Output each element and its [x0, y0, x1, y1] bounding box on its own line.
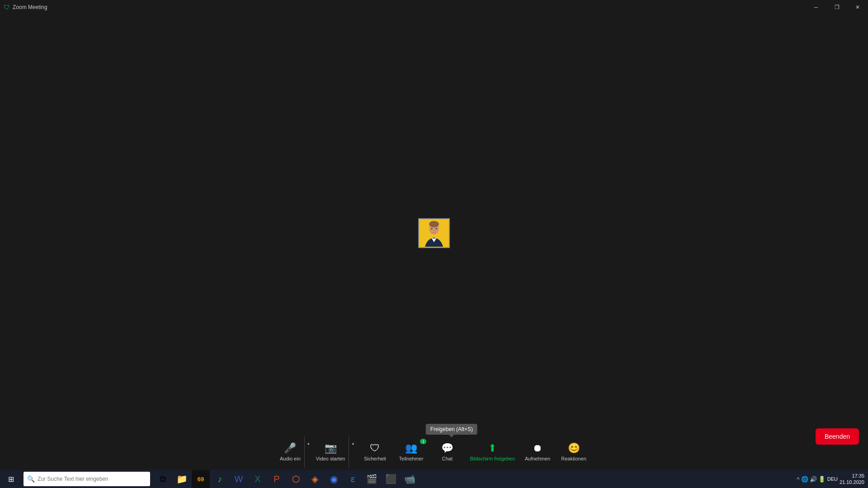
spotify-icon[interactable]: ♪ [211, 470, 229, 488]
search-icon: 🔍 [27, 475, 35, 483]
participant-video [418, 218, 450, 248]
security-icon: 🛡 [370, 442, 380, 454]
share-screen-button[interactable]: ⬆ Bildschirm freigeben [465, 436, 519, 468]
battery-icon: 🔋 [818, 476, 826, 483]
reactions-icon: 😊 [568, 442, 580, 454]
close-button[interactable]: ✕ [847, 0, 868, 14]
participants-label: Teilnehmer [399, 456, 424, 461]
title-bar: 🛡 Zoom Meeting ─ ❐ ✕ [0, 0, 868, 14]
search-input[interactable] [38, 476, 137, 482]
security-button[interactable]: 🛡 Sicherheit [357, 436, 393, 468]
windows-taskbar: ⊞ 🔍 ⧉ 📁 69 ♪ W X P ⬡ ◈ ◉ ɛ 🎬 ⬛ 📹 ^ 🌐 🔊 🔋… [0, 470, 868, 488]
clock-date: 21.10.2020 [840, 479, 864, 485]
minimize-button[interactable]: ─ [806, 0, 826, 14]
window-controls: ─ ❐ ✕ [806, 0, 868, 14]
network-icon[interactable]: 🌐 [801, 476, 808, 483]
zoom-icon[interactable]: 📹 [401, 470, 419, 488]
video-label: Video starten [316, 456, 345, 461]
edge-icon[interactable]: ɛ [344, 470, 362, 488]
clock: 17:35 21.10.2020 [840, 473, 864, 486]
end-meeting-button[interactable]: Beenden [816, 428, 859, 445]
app-icon-10[interactable]: ⬛ [382, 470, 400, 488]
shield-icon: 🛡 [4, 4, 10, 11]
video-btn-group: 📷 Video starten ▲ [312, 436, 357, 468]
reactions-label: Reaktionen [561, 456, 586, 461]
app-69-icon[interactable]: 69 [192, 470, 210, 488]
chat-label: Chat [442, 456, 453, 461]
svg-point-3 [431, 228, 433, 230]
taskbar-search[interactable]: 🔍 [24, 472, 150, 486]
chat-icon: 💬 [441, 442, 453, 454]
share-label: Bildschirm freigeben [470, 456, 515, 461]
record-icon: ⏺ [533, 442, 542, 454]
chrome-icon[interactable]: ◉ [325, 470, 343, 488]
video-caret[interactable]: ▲ [349, 436, 357, 468]
main-video-area [0, 14, 868, 452]
camera-icon: 📷 [325, 442, 337, 454]
audio-btn-group: 🎤 Audio ein ▲ [276, 436, 312, 468]
app-icon-9[interactable]: 🎬 [363, 470, 381, 488]
participant-avatar [418, 218, 450, 248]
record-button[interactable]: ⏺ Aufnehmen [519, 436, 556, 468]
svg-point-4 [436, 228, 437, 230]
app-icon-5[interactable]: ⬡ [287, 470, 305, 488]
excel-icon[interactable]: X [249, 470, 267, 488]
clock-time: 17:35 [840, 473, 864, 479]
chat-button[interactable]: 💬 Chat [429, 436, 465, 468]
record-label: Aufnehmen [525, 456, 550, 461]
title-bar-left: 🛡 Zoom Meeting [0, 4, 47, 11]
system-tray: ^ 🌐 🔊 🔋 [795, 476, 827, 483]
file-explorer-icon[interactable]: 📁 [173, 470, 191, 488]
restore-button[interactable]: ❐ [826, 0, 847, 14]
audio-label: Audio ein [280, 456, 301, 461]
reactions-button[interactable]: 😊 Reaktionen [556, 436, 592, 468]
video-button[interactable]: 📷 Video starten [312, 436, 349, 468]
security-label: Sicherheit [364, 456, 386, 461]
share-screen-icon: ⬆ [488, 442, 496, 454]
powerpoint-icon[interactable]: P [268, 470, 286, 488]
taskbar-clock: DEU 17:35 21.10.2020 [827, 473, 868, 486]
task-view-button[interactable]: ⧉ [154, 470, 172, 488]
svg-point-2 [429, 221, 439, 227]
word-icon[interactable]: W [230, 470, 248, 488]
microphone-icon: 🎤 [284, 442, 296, 454]
audio-button[interactable]: 🎤 Audio ein [276, 436, 304, 468]
participants-button[interactable]: 1 👥 Teilnehmer [393, 436, 429, 468]
participant-count-badge: 1 [420, 439, 426, 444]
taskbar-apps: ⧉ 📁 69 ♪ W X P ⬡ ◈ ◉ ɛ 🎬 ⬛ 📹 [152, 470, 795, 488]
volume-icon[interactable]: 🔊 [810, 476, 817, 483]
meeting-toolbar: 🎤 Audio ein ▲ 📷 Video starten ▲ 🛡 Sicher… [0, 434, 868, 470]
window-title: Zoom Meeting [13, 4, 47, 10]
audio-caret[interactable]: ▲ [304, 436, 312, 468]
tray-chevron[interactable]: ^ [797, 476, 800, 483]
participants-icon: 👥 [405, 442, 417, 454]
language-indicator: DEU [827, 476, 838, 482]
app-icon-6[interactable]: ◈ [306, 470, 324, 488]
start-button[interactable]: ⊞ [0, 470, 22, 488]
tooltip-share: Freigeben (Alt+S) [426, 424, 477, 435]
